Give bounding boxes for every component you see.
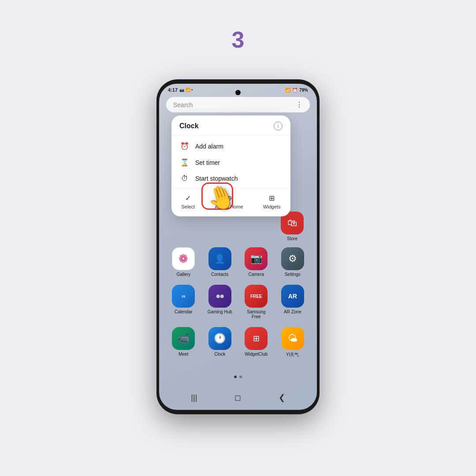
widgetclub-label: WidgetClub bbox=[245, 352, 268, 357]
app-clock[interactable]: 🕐 Clock bbox=[206, 327, 234, 358]
select-label: Select bbox=[182, 204, 195, 209]
app-settings[interactable]: ⚙ Settings bbox=[279, 247, 307, 277]
menu-info-icon[interactable]: i bbox=[274, 122, 283, 130]
recents-button[interactable]: ||| bbox=[191, 393, 197, 402]
menu-item-set-timer[interactable]: ⌛ Set timer bbox=[171, 154, 290, 171]
menu-actions: ✓ Select ⊕ Add to Home ⊞ Widgets bbox=[171, 188, 290, 212]
select-icon: ✓ bbox=[185, 194, 191, 202]
widgets-icon: ⊞ bbox=[269, 194, 275, 202]
dot-2 bbox=[239, 376, 242, 378]
camera-notch bbox=[235, 90, 241, 95]
app-widgetclub[interactable]: ⊞ WidgetClub bbox=[242, 327, 270, 358]
battery-text: 79% bbox=[299, 88, 308, 93]
store-label: Store bbox=[287, 236, 298, 241]
app-arzone[interactable]: AR AR Zone bbox=[279, 285, 307, 319]
calendar-icon: 26 bbox=[172, 285, 195, 308]
alarm-icon: ⏰ bbox=[292, 88, 298, 93]
screen: 4:17 📷 📶 • 📶 ⏰ 79% Search ⋮ Clock i bbox=[159, 84, 317, 410]
back-button[interactable]: ❮ bbox=[279, 393, 285, 402]
menu-header: Clock i bbox=[171, 122, 290, 135]
app-samsungfree[interactable]: FREE Samsung Free bbox=[242, 285, 270, 319]
app-gaminghub[interactable]: ⊗⊗ Gaming Hub bbox=[206, 285, 234, 319]
timer-icon: ⌛ bbox=[180, 158, 189, 167]
app-grid: 🛍 Store ❁ Gallery 👤 Contacts 📷 Camera bbox=[159, 212, 317, 366]
arzone-icon: AR bbox=[281, 285, 304, 308]
add-home-icon: ⊕ bbox=[226, 194, 232, 202]
calendar-label: Calendar bbox=[175, 309, 193, 314]
status-time: 4:17 bbox=[168, 87, 178, 93]
weather-icon: 🌤 bbox=[281, 327, 304, 350]
action-select[interactable]: ✓ Select bbox=[177, 192, 200, 211]
app-row-3: 26 Calendar ⊗⊗ Gaming Hub FREE Samsung F… bbox=[165, 285, 311, 319]
add-home-label: Add to Home bbox=[215, 204, 243, 209]
widgetclub-icon: ⊞ bbox=[245, 327, 268, 350]
samsungfree-icon: FREE bbox=[245, 285, 268, 308]
menu-item-stopwatch[interactable]: ⏱ Start stopwatch bbox=[171, 171, 290, 186]
phone: 4:17 📷 📶 • 📶 ⏰ 79% Search ⋮ Clock i bbox=[156, 79, 320, 414]
app-row-2: ❁ Gallery 👤 Contacts 📷 Camera ⚙ Settings bbox=[165, 247, 311, 277]
step-number: 3 bbox=[232, 26, 245, 53]
nav-bar: ||| ◻ ❮ bbox=[159, 385, 317, 410]
clock-label: Clock bbox=[214, 352, 225, 357]
status-right: 📶 ⏰ 79% bbox=[285, 88, 308, 93]
add-alarm-label: Add alarm bbox=[195, 143, 223, 150]
status-icons: 📷 📶 • bbox=[179, 88, 193, 92]
widgets-label: Widgets bbox=[263, 204, 281, 209]
contacts-icon: 👤 bbox=[208, 247, 231, 270]
dot-1 bbox=[234, 376, 237, 378]
stopwatch-label: Start stopwatch bbox=[195, 175, 238, 182]
gaminghub-icon: ⊗⊗ bbox=[208, 285, 231, 308]
app-row-4: 📹 Meet 🕐 Clock ⊞ WidgetClub 🌤 YI天气 bbox=[165, 327, 311, 358]
meet-label: Meet bbox=[178, 352, 188, 357]
settings-icon: ⚙ bbox=[281, 247, 304, 270]
gallery-label: Gallery bbox=[176, 272, 190, 277]
stopwatch-icon: ⏱ bbox=[180, 175, 189, 182]
app-gallery[interactable]: ❁ Gallery bbox=[169, 247, 197, 277]
home-button[interactable]: ◻ bbox=[234, 393, 241, 402]
app-meet[interactable]: 📹 Meet bbox=[169, 327, 197, 358]
search-placeholder: Search bbox=[173, 101, 193, 108]
settings-label: Settings bbox=[285, 272, 301, 277]
search-menu-icon[interactable]: ⋮ bbox=[296, 100, 303, 109]
clock-icon: 🕐 bbox=[208, 327, 231, 350]
menu-title: Clock bbox=[179, 122, 199, 130]
gaminghub-label: Gaming Hub bbox=[208, 309, 232, 314]
contacts-label: Contacts bbox=[211, 272, 228, 277]
page-dots bbox=[159, 376, 317, 378]
app-calendar[interactable]: 26 Calendar bbox=[169, 285, 197, 319]
samsungfree-label: Samsung Free bbox=[242, 309, 270, 319]
alarm-icon: ⏰ bbox=[180, 142, 189, 150]
app-camera[interactable]: 📷 Camera bbox=[242, 247, 270, 277]
context-menu: Clock i ⏰ Add alarm ⌛ Set timer ⏱ Start … bbox=[171, 115, 290, 216]
app-weather[interactable]: 🌤 YI天气 bbox=[279, 327, 307, 358]
camera-icon: 📷 bbox=[245, 247, 268, 270]
set-timer-label: Set timer bbox=[195, 159, 220, 166]
wifi-icon: 📶 bbox=[285, 88, 290, 93]
action-add-to-home[interactable]: ⊕ Add to Home bbox=[210, 192, 247, 211]
weather-label: YI天气 bbox=[286, 352, 299, 358]
meet-icon: 📹 bbox=[172, 327, 195, 350]
camera-label: Camera bbox=[248, 272, 264, 277]
menu-item-add-alarm[interactable]: ⏰ Add alarm bbox=[171, 138, 290, 154]
arzone-label: AR Zone bbox=[284, 309, 301, 314]
search-bar[interactable]: Search ⋮ bbox=[166, 97, 310, 112]
app-contacts[interactable]: 👤 Contacts bbox=[206, 247, 234, 277]
action-widgets[interactable]: ⊞ Widgets bbox=[259, 192, 285, 211]
status-left: 4:17 📷 📶 • bbox=[168, 87, 193, 93]
gallery-icon: ❁ bbox=[172, 247, 195, 270]
